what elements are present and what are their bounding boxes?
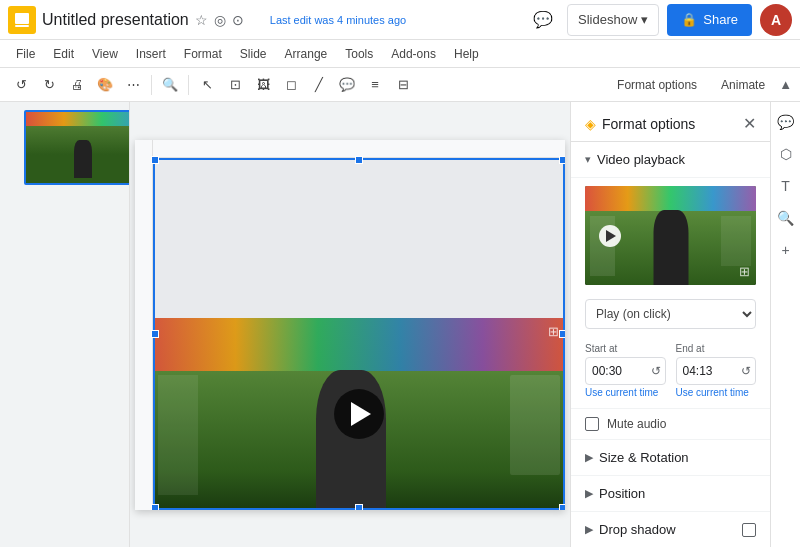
size-rotation-section[interactable]: ▶ Size & Rotation	[571, 439, 770, 475]
menu-file[interactable]: File	[8, 44, 43, 64]
end-at-label: End at	[676, 343, 757, 354]
location-icon[interactable]: ◎	[214, 12, 226, 28]
video-preview: ⊞	[585, 186, 756, 285]
play-on-click-select[interactable]: Play (on click)	[585, 299, 756, 329]
start-use-current-time-link[interactable]: Use current time	[585, 387, 666, 398]
menu-tools[interactable]: Tools	[337, 44, 381, 64]
toolbar-border[interactable]: ⊟	[390, 72, 416, 98]
ruler-vertical	[135, 140, 153, 510]
start-time-refresh-icon[interactable]: ↺	[647, 364, 665, 378]
video-playback-section-header[interactable]: ▾ Video playback	[571, 142, 770, 178]
format-panel: ◈ Format options ✕ ▾ Video playback ⊞	[570, 102, 770, 547]
sidebar-translate-icon[interactable]: T	[774, 174, 798, 198]
slide-canvas: ⊞	[135, 140, 565, 510]
position-section[interactable]: ▶ Position	[571, 475, 770, 511]
menu-help[interactable]: Help	[446, 44, 487, 64]
slide-video-top	[153, 158, 565, 318]
toolbar-redo[interactable]: ↻	[36, 72, 62, 98]
sidebar-explore-icon[interactable]: 🔍	[774, 206, 798, 230]
sidebar-comments-icon[interactable]: 💬	[774, 110, 798, 134]
preview-play-triangle-icon	[606, 230, 616, 242]
toolbar-separator-1	[151, 75, 152, 95]
toolbar-print[interactable]: 🖨	[64, 72, 90, 98]
menu-bar: File Edit View Insert Format Slide Arran…	[0, 40, 800, 68]
sidebar-activities-icon[interactable]: ⬡	[774, 142, 798, 166]
slide-thumbnail-1[interactable]	[24, 110, 130, 185]
ruler-horizontal	[135, 140, 565, 158]
end-time-refresh-icon[interactable]: ↺	[737, 364, 755, 378]
toolbar-more[interactable]: ⋯	[120, 72, 146, 98]
menu-insert[interactable]: Insert	[128, 44, 174, 64]
drop-shadow-label: Drop shadow	[599, 522, 676, 537]
video-playback-chevron-icon: ▾	[585, 153, 591, 166]
format-options-btn[interactable]: Format options	[607, 75, 707, 95]
position-label: Position	[599, 486, 645, 501]
share-button[interactable]: 🔒 Share	[667, 4, 752, 36]
svg-rect-2	[13, 11, 31, 29]
format-panel-header: ◈ Format options ✕	[571, 102, 770, 142]
preview-person	[653, 210, 688, 285]
toolbar-comment[interactable]: 💬	[334, 72, 360, 98]
canvas-area: ⊞	[130, 102, 570, 547]
app-icon	[8, 6, 36, 34]
toolbar-align[interactable]: ≡	[362, 72, 388, 98]
size-rotation-label: Size & Rotation	[599, 450, 689, 465]
start-at-label: Start at	[585, 343, 666, 354]
end-time-input[interactable]	[677, 364, 738, 378]
play-button[interactable]	[334, 389, 384, 439]
lock-icon: 🔒	[681, 12, 697, 27]
avatar[interactable]: A	[760, 4, 792, 36]
menu-slide[interactable]: Slide	[232, 44, 275, 64]
toolbar-shapes[interactable]: ◻	[278, 72, 304, 98]
dropdown-arrow-icon: ▾	[641, 12, 648, 27]
slideshow-button[interactable]: Slideshow ▾	[567, 4, 659, 36]
history-icon[interactable]: ⊙	[232, 12, 244, 28]
mute-audio-label: Mute audio	[607, 417, 666, 431]
drop-shadow-checkbox[interactable]	[742, 523, 756, 537]
menu-arrange[interactable]: Arrange	[277, 44, 336, 64]
expand-icon[interactable]: ⊞	[548, 324, 559, 339]
chat-icon-btn[interactable]: 💬	[527, 4, 559, 36]
menu-format[interactable]: Format	[176, 44, 230, 64]
slide-video-bottom[interactable]: ⊞	[153, 318, 565, 510]
preview-expand-icon[interactable]: ⊞	[739, 264, 750, 279]
video-playback-label: Video playback	[597, 152, 685, 167]
start-time-column: Start at ↺ Use current time	[585, 343, 666, 398]
preview-top-decoration	[585, 186, 756, 211]
app-title: Untitled presentation	[42, 11, 189, 29]
right-sidebar: 💬 ⬡ T 🔍 +	[770, 102, 800, 547]
mute-audio-row: Mute audio	[571, 408, 770, 439]
mute-audio-checkbox[interactable]	[585, 417, 599, 431]
preview-play-button[interactable]	[599, 225, 621, 247]
toolbar: ↺ ↻ 🖨 🎨 ⋯ 🔍 ↖ ⊡ 🖼 ◻ ╱ 💬 ≡ ⊟ Format optio…	[0, 68, 800, 102]
position-chevron-icon: ▶	[585, 487, 593, 500]
slides-panel: 1	[0, 102, 130, 547]
toolbar-right: Format options Animate ▲	[607, 75, 792, 95]
star-icon[interactable]: ☆	[195, 12, 208, 28]
main-area: 1	[0, 102, 800, 547]
end-use-current-time-link[interactable]: Use current time	[676, 387, 757, 398]
sidebar-add-icon[interactable]: +	[774, 238, 798, 262]
animate-btn[interactable]: Animate	[711, 75, 775, 95]
play-on-click-dropdown: Play (on click)	[585, 299, 756, 329]
toolbar-zoom[interactable]: 🔍	[157, 72, 183, 98]
format-panel-icon: ◈	[585, 116, 596, 132]
start-time-input[interactable]	[586, 364, 647, 378]
menu-edit[interactable]: Edit	[45, 44, 82, 64]
title-bar: Untitled presentation ☆ ◎ ⊙ Last edit wa…	[0, 0, 800, 40]
slide-thumb-content	[26, 112, 130, 183]
toolbar-cursor[interactable]: ↖	[194, 72, 220, 98]
toolbar-textbox[interactable]: ⊡	[222, 72, 248, 98]
menu-view[interactable]: View	[84, 44, 126, 64]
menu-addons[interactable]: Add-ons	[383, 44, 444, 64]
time-row: Start at ↺ Use current time End at ↺ Use…	[585, 343, 756, 398]
toolbar-paint[interactable]: 🎨	[92, 72, 118, 98]
toolbar-collapse-icon[interactable]: ▲	[779, 77, 792, 92]
toolbar-line[interactable]: ╱	[306, 72, 332, 98]
close-format-panel-button[interactable]: ✕	[743, 114, 756, 133]
toolbar-separator-2	[188, 75, 189, 95]
toolbar-undo[interactable]: ↺	[8, 72, 34, 98]
last-edit-text[interactable]: Last edit was 4 minutes ago	[270, 14, 406, 26]
drop-shadow-section[interactable]: ▶ Drop shadow	[571, 511, 770, 547]
toolbar-image[interactable]: 🖼	[250, 72, 276, 98]
